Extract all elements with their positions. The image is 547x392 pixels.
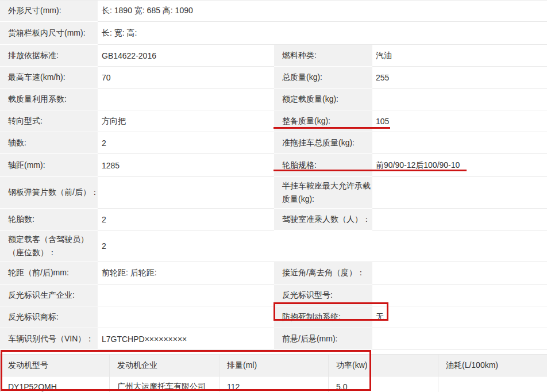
label-tire-count: 轮胎数:: [0, 209, 98, 230]
label-tire-spec: 轮胎规格:: [274, 154, 372, 177]
engine-table: 发动机型号 发动机企业 排量(ml) 功率(kw) 油耗(L/100km) DY…: [0, 354, 547, 392]
value-fuel-consumption: [438, 376, 547, 392]
value-leaf-spring-count: [98, 177, 274, 209]
table-row: 车辆识别代号（VIN）： L7GTCHPD××××××××× 前悬/后悬(mm)…: [0, 328, 547, 350]
label-reflective-marking-manufacturer: 反光标识生产企业:: [0, 285, 98, 306]
header-engine-model: 发动机型号: [1, 355, 110, 376]
value-power: 5.0: [329, 376, 438, 392]
value-trailer-gross-mass: [372, 132, 547, 154]
value-rated-load-mass: [372, 89, 547, 110]
table-row: 轴距(mm): 1285 轮胎规格: 前90/90-12后100/90-10: [0, 154, 547, 177]
table-row: 钢板弹簧片数（前/后）： 半挂车鞍座最大允许承载质量(kg):: [0, 177, 547, 209]
table-row: 转向型式: 方向把 整备质量(kg): 105: [0, 110, 547, 132]
label-axle-count: 轴数:: [0, 132, 98, 154]
value-vin: L7GTCHPD×××××××××: [98, 328, 274, 350]
value-emission-standard: GB14622-2016: [98, 45, 274, 67]
label-leaf-spring-count: 钢板弹簧片数（前/后）：: [0, 177, 98, 209]
value-approach-departure-angle: [372, 262, 547, 285]
label-reflective-marking-trademark: 反光标识商标:: [0, 306, 98, 328]
header-engine-manufacturer: 发动机企业: [110, 355, 219, 376]
table-gap: [0, 350, 547, 354]
value-reflective-marking-trademark: [98, 306, 274, 328]
label-cargo-box-inner-dimensions: 货箱栏板内尺寸(mm):: [0, 22, 98, 45]
value-fifth-wheel-load: [372, 177, 547, 209]
label-emission-standard: 排放依据标准:: [0, 45, 98, 67]
value-rated-passenger-capacity: 2: [98, 230, 547, 262]
value-exterior-dimensions: 长: 1890 宽: 685 高: 1090: [98, 1, 547, 22]
label-steering-type: 转向型式:: [0, 110, 98, 132]
table-row: 轮胎数: 2 驾驶室准乘人数（人）：: [0, 209, 547, 230]
label-load-utilization-factor: 载质量利用系数:: [0, 89, 98, 110]
label-max-speed: 最高车速(km/h):: [0, 67, 98, 89]
label-abs: 防抱死制动系统:: [274, 306, 372, 328]
label-track-width: 轮距（前/后)mm:: [0, 262, 98, 285]
table-row: 反光标识商标: 防抱死制动系统: 无: [0, 306, 547, 328]
value-gross-mass: 255: [372, 67, 547, 89]
value-displacement: 112: [219, 376, 329, 392]
header-displacement: 排量(ml): [219, 355, 329, 376]
table-row: 额定载客（含驾驶员）（座位数）： 2: [0, 230, 547, 262]
label-front-rear-overhang: 前悬/后悬(mm):: [274, 328, 372, 350]
spec-table: 外形尺寸(mm): 长: 1890 宽: 685 高: 1090 货箱栏板内尺寸…: [0, 0, 547, 350]
label-exterior-dimensions: 外形尺寸(mm):: [0, 1, 98, 22]
label-approach-departure-angle: 接近角/离去角（度）：: [274, 262, 372, 285]
label-wheelbase: 轴距(mm):: [0, 154, 98, 177]
value-engine-manufacturer: 广州大运摩托车有限公司: [110, 376, 219, 392]
table-row: 外形尺寸(mm): 长: 1890 宽: 685 高: 1090: [0, 1, 547, 22]
label-gross-mass: 总质量(kg):: [274, 67, 372, 89]
value-wheelbase: 1285: [98, 154, 274, 177]
label-cab-passenger-capacity: 驾驶室准乘人数（人）：: [274, 209, 372, 230]
value-curb-mass: 105: [372, 110, 547, 132]
value-max-speed: 70: [98, 67, 274, 89]
value-engine-model: DY1P52QMH: [1, 376, 110, 392]
label-reflective-marking-model: 反光标识型号:: [274, 285, 372, 306]
value-reflective-marking-manufacturer: [98, 285, 274, 306]
value-load-utilization-factor: [98, 89, 274, 110]
value-abs: 无: [372, 306, 547, 328]
label-fuel-type: 燃料种类:: [274, 45, 372, 67]
table-row: 排放依据标准: GB14622-2016 燃料种类: 汽油: [0, 45, 547, 67]
table-row: 反光标识生产企业: 反光标识型号:: [0, 285, 547, 306]
value-tire-count: 2: [98, 209, 274, 230]
value-axle-count: 2: [98, 132, 274, 154]
engine-header-row: 发动机型号 发动机企业 排量(ml) 功率(kw) 油耗(L/100km): [1, 355, 547, 376]
value-fuel-type: 汽油: [372, 45, 547, 67]
value-cargo-box-inner-dimensions: 长: 宽: 高:: [98, 22, 547, 45]
engine-data-row: DY1P52QMH 广州大运摩托车有限公司 112 5.0: [1, 376, 547, 392]
table-row: 载质量利用系数: 额定载质量(kg):: [0, 89, 547, 110]
label-curb-mass: 整备质量(kg):: [274, 110, 372, 132]
vehicle-spec-sheet: 外形尺寸(mm): 长: 1890 宽: 685 高: 1090 货箱栏板内尺寸…: [0, 0, 547, 392]
label-fifth-wheel-load: 半挂车鞍座最大允许承载质量(kg):: [274, 177, 372, 209]
header-power: 功率(kw): [329, 355, 438, 376]
table-row: 轮距（前/后)mm: 前轮距: 后轮距: 接近角/离去角（度）：: [0, 262, 547, 285]
table-row: 最高车速(km/h): 70 总质量(kg): 255: [0, 67, 547, 89]
value-tire-spec: 前90/90-12后100/90-10: [372, 154, 547, 177]
label-rated-load-mass: 额定载质量(kg):: [274, 89, 372, 110]
label-rated-passenger-capacity: 额定载客（含驾驶员）（座位数）：: [0, 230, 98, 262]
table-row: 货箱栏板内尺寸(mm): 长: 宽: 高:: [0, 22, 547, 45]
label-trailer-gross-mass: 准拖挂车总质量(kg):: [274, 132, 372, 154]
value-steering-type: 方向把: [98, 110, 274, 132]
value-reflective-marking-model: [372, 285, 547, 306]
value-front-rear-overhang: [372, 328, 547, 350]
header-fuel-consumption: 油耗(L/100km): [438, 355, 547, 376]
table-row: 轴数: 2 准拖挂车总质量(kg):: [0, 132, 547, 154]
value-cab-passenger-capacity: [372, 209, 547, 230]
value-track-width: 前轮距: 后轮距:: [98, 262, 274, 285]
label-vin: 车辆识别代号（VIN）：: [0, 328, 98, 350]
